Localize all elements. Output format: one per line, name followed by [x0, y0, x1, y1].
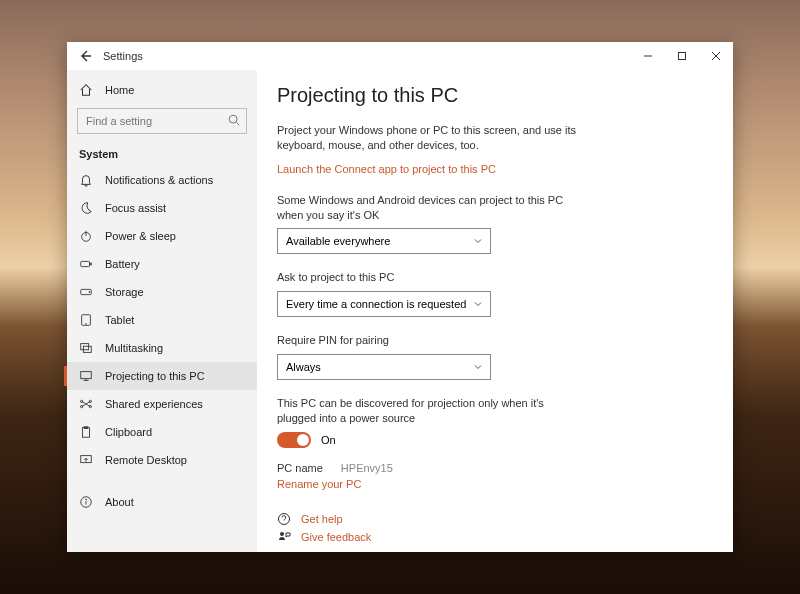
sidebar-item-label: Focus assist — [105, 202, 166, 214]
sidebar-item-about[interactable]: About — [67, 488, 257, 516]
pc-name-value: HPEnvy15 — [341, 462, 393, 474]
maximize-button[interactable] — [665, 42, 699, 70]
ask-label: Ask to project to this PC — [277, 270, 567, 285]
search-wrap — [77, 108, 247, 134]
sidebar-item-label: Power & sleep — [105, 230, 176, 242]
sidebar-home[interactable]: Home — [67, 76, 257, 104]
sidebar-section: System — [67, 140, 257, 166]
home-icon — [79, 83, 93, 97]
sidebar-home-label: Home — [105, 84, 134, 96]
availability-label: Some Windows and Android devices can pro… — [277, 193, 567, 223]
launch-connect-link[interactable]: Launch the Connect app to project to thi… — [277, 163, 707, 175]
pc-name-key: PC name — [277, 462, 323, 474]
multitask-icon — [79, 341, 93, 355]
intro-text: Project your Windows phone or PC to this… — [277, 123, 587, 153]
give-feedback-row[interactable]: Give feedback — [277, 530, 707, 544]
sidebar-item-label: Tablet — [105, 314, 134, 326]
pin-value: Always — [286, 361, 321, 373]
get-help-label: Get help — [301, 513, 343, 525]
sidebar-item-clipboard[interactable]: Clipboard — [67, 418, 257, 446]
pin-label: Require PIN for pairing — [277, 333, 567, 348]
sidebar-item-label: Multitasking — [105, 342, 163, 354]
svg-point-26 — [86, 499, 87, 500]
search-icon — [227, 113, 241, 127]
sidebar: Home System Notifications & actionsFocus… — [67, 70, 257, 552]
sidebar-item-storage[interactable]: Storage — [67, 278, 257, 306]
back-button[interactable] — [77, 48, 93, 64]
chevron-down-icon — [472, 298, 484, 312]
remote-icon — [79, 453, 93, 467]
tablet-icon — [79, 313, 93, 327]
about-icon — [79, 495, 93, 509]
sidebar-item-power[interactable]: Power & sleep — [67, 222, 257, 250]
close-button[interactable] — [699, 42, 733, 70]
project-icon — [79, 369, 93, 383]
storage-icon — [79, 285, 93, 299]
availability-select[interactable]: Available everywhere — [277, 228, 491, 254]
rename-pc-link[interactable]: Rename your PC — [277, 478, 707, 490]
bell-icon — [79, 173, 93, 187]
svg-rect-21 — [83, 428, 90, 438]
availability-value: Available everywhere — [286, 235, 390, 247]
sidebar-item-bell[interactable]: Notifications & actions — [67, 166, 257, 194]
battery-icon — [79, 257, 93, 271]
sidebar-item-label: Remote Desktop — [105, 454, 187, 466]
ask-select[interactable]: Every time a connection is requested — [277, 291, 491, 317]
sidebar-item-label: Battery — [105, 258, 140, 270]
shared-icon — [79, 397, 93, 411]
sidebar-item-label: Storage — [105, 286, 144, 298]
sidebar-item-label: About — [105, 496, 134, 508]
svg-rect-9 — [90, 263, 91, 265]
main-panel: Projecting to this PC Project your Windo… — [257, 70, 733, 552]
power-icon — [79, 229, 93, 243]
svg-rect-16 — [81, 372, 92, 379]
sidebar-item-label: Shared experiences — [105, 398, 203, 410]
chevron-down-icon — [472, 361, 484, 375]
svg-rect-8 — [81, 261, 90, 266]
give-feedback-label: Give feedback — [301, 531, 371, 543]
page-heading: Projecting to this PC — [277, 84, 707, 107]
discover-toggle[interactable] — [277, 432, 311, 448]
sidebar-item-remote[interactable]: Remote Desktop — [67, 446, 257, 474]
svg-point-11 — [89, 291, 90, 292]
settings-window: Settings Home System Notifications & act… — [67, 42, 733, 552]
svg-point-4 — [229, 115, 237, 123]
get-help-row[interactable]: Get help — [277, 512, 707, 526]
moon-icon — [79, 201, 93, 215]
sidebar-item-label: Clipboard — [105, 426, 152, 438]
sidebar-item-tablet[interactable]: Tablet — [67, 306, 257, 334]
svg-point-27 — [279, 513, 290, 524]
sidebar-item-multitask[interactable]: Multitasking — [67, 334, 257, 362]
discover-toggle-state: On — [321, 434, 336, 446]
sidebar-item-moon[interactable]: Focus assist — [67, 194, 257, 222]
search-input[interactable] — [77, 108, 247, 134]
svg-point-28 — [280, 532, 284, 536]
chevron-down-icon — [472, 235, 484, 249]
sidebar-item-label: Notifications & actions — [105, 174, 213, 186]
discover-label: This PC can be discovered for projection… — [277, 396, 567, 426]
feedback-icon — [277, 530, 291, 544]
window-title: Settings — [103, 50, 143, 62]
ask-value: Every time a connection is requested — [286, 298, 466, 310]
sidebar-item-project[interactable]: Projecting to this PC — [67, 362, 257, 390]
titlebar: Settings — [67, 42, 733, 70]
svg-rect-1 — [679, 53, 686, 60]
svg-line-5 — [237, 123, 240, 126]
sidebar-item-label: Projecting to this PC — [105, 370, 205, 382]
help-icon — [277, 512, 291, 526]
pin-select[interactable]: Always — [277, 354, 491, 380]
sidebar-item-battery[interactable]: Battery — [67, 250, 257, 278]
sidebar-item-shared[interactable]: Shared experiences — [67, 390, 257, 418]
clipboard-icon — [79, 425, 93, 439]
minimize-button[interactable] — [631, 42, 665, 70]
